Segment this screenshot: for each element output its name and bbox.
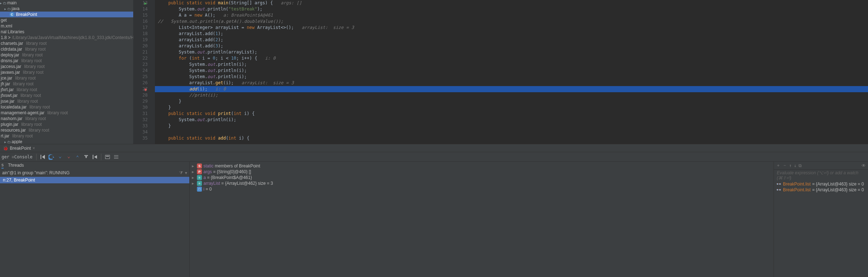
run-to-cursor-icon[interactable] <box>91 153 99 161</box>
editor-gutter[interactable]: 13▶1415161718192021222324252627◉28293031… <box>133 0 155 144</box>
expand-icon[interactable]: ▸ <box>192 163 195 169</box>
gutter-line[interactable]: 26 <box>133 80 148 86</box>
gutter-line[interactable]: 13▶ <box>133 0 148 6</box>
tree-item[interactable]: ▸ 🗀main <box>0 0 133 6</box>
debug-tab-breakpoint[interactable]: 🐞 BreakPoint × <box>0 145 38 152</box>
gutter-line[interactable]: 31 <box>133 111 148 117</box>
code-line[interactable]: System.out.println(i); <box>155 68 868 74</box>
tree-item[interactable]: CBreakPoint <box>0 12 133 17</box>
gutter-line[interactable]: 23 <box>133 61 148 68</box>
code-line[interactable]: System.out.println("testBreak"); <box>155 6 868 12</box>
code-line[interactable]: } <box>155 105 868 111</box>
gutter-line[interactable]: 35 <box>133 135 148 141</box>
tree-item[interactable]: nashorn.jarlibrary root <box>0 116 133 122</box>
expand-icon[interactable]: ▸ <box>192 175 195 180</box>
gutter-line[interactable]: 34 <box>133 129 148 135</box>
duplicate-watch-icon[interactable]: ⧉ <box>799 163 802 168</box>
evaluate-expression-icon[interactable] <box>104 153 111 161</box>
code-line[interactable]: arrayList.add(1); <box>155 31 868 37</box>
move-up-icon[interactable]: ↑ <box>789 163 792 168</box>
gutter-line[interactable]: 25 <box>133 74 148 80</box>
tree-item[interactable]: jaccess.jarlibrary root <box>0 64 133 69</box>
code-line[interactable]: // System.out.println(a.getA().doubleVal… <box>155 18 868 25</box>
code-line[interactable]: for (int i = 0; i < 10; i++) { i: 0 <box>155 55 868 61</box>
code-line[interactable]: //print(i); <box>155 92 868 98</box>
gutter-line[interactable]: 17 <box>133 25 148 31</box>
gutter-line[interactable]: 33 <box>133 123 148 129</box>
gutter-line[interactable]: 18 <box>133 31 148 37</box>
code-line[interactable]: arrayList.add(3); <box>155 43 868 49</box>
code-line[interactable]: public static void main(String[] args) {… <box>155 0 868 6</box>
code-line[interactable]: arrayList.add(2); <box>155 37 868 43</box>
console-subtab[interactable]: ≡Console <box>10 153 34 161</box>
watch-row[interactable]: 👓BreakPoint.list = {ArrayList@463} size … <box>774 187 868 193</box>
step-out-icon[interactable] <box>73 153 81 161</box>
code-line[interactable]: List<Integer> arrayList = new ArrayList<… <box>155 25 868 31</box>
variable-row[interactable]: ▸≡arrayList = {ArrayList@462} size = 3 <box>190 180 774 186</box>
gutter-line[interactable]: 15 <box>133 12 148 18</box>
variable-row[interactable]: ▸≡a = {BreakPoint$A@461} <box>190 175 774 180</box>
tree-item[interactable]: jfr.jarlibrary root <box>0 81 133 87</box>
gutter-line[interactable]: 27◉ <box>133 86 148 92</box>
code-line[interactable]: add(i); i: 0 <box>155 86 868 92</box>
gutter-line[interactable]: 19 <box>133 37 148 43</box>
gutter-line[interactable]: 16 <box>133 18 148 25</box>
expand-icon[interactable]: ▸ <box>192 181 195 186</box>
run-icon[interactable]: ▶ <box>142 0 147 5</box>
code-line[interactable] <box>155 129 868 135</box>
step-over-icon[interactable] <box>47 153 55 161</box>
code-line[interactable]: } <box>155 98 868 105</box>
code-line[interactable]: System.out.println(i); <box>155 61 868 68</box>
tree-item[interactable]: 1.8 > /Library/Java/JavaVirtualMachines/… <box>0 35 133 41</box>
move-down-icon[interactable]: ↓ <box>794 163 796 168</box>
tree-item[interactable]: management-agent.jarlibrary root <box>0 110 133 116</box>
tree-item[interactable]: plugin.jarlibrary root <box>0 122 133 127</box>
variables-pane[interactable]: ▸Sstatic members of BreakPoint▸Pargs = {… <box>190 162 774 277</box>
tree-item[interactable]: nal Libraries <box>0 29 133 35</box>
variable-row[interactable]: □i = 0 <box>190 186 774 192</box>
dropdown-icon[interactable]: ▾ <box>185 170 187 175</box>
breakpoint-icon[interactable]: ◉ <box>142 86 147 91</box>
tree-item[interactable]: rt.jarlibrary root <box>0 133 133 139</box>
code-area[interactable]: public static void main(String[] args) {… <box>155 0 868 144</box>
trace-current-stream-icon[interactable] <box>112 153 120 161</box>
tree-item[interactable]: localedata.jarlibrary root <box>0 104 133 110</box>
tree-item[interactable]: jce.jarlibrary root <box>0 75 133 81</box>
tree-item[interactable]: cldrdata.jarlibrary root <box>0 46 133 52</box>
show-execution-point-icon[interactable] <box>39 153 47 161</box>
stack-frame[interactable]: n:27, BreakPoint <box>0 177 189 183</box>
code-editor[interactable]: 13▶1415161718192021222324252627◉28293031… <box>133 0 868 144</box>
tree-item[interactable]: get <box>0 17 133 23</box>
watches-hint[interactable]: Evaluate expression (⌥⏎) or add a watch … <box>774 170 868 181</box>
frames-tab[interactable]: s <box>1 162 4 169</box>
gutter-line[interactable]: 32 <box>133 117 148 123</box>
tree-item[interactable]: ▸ 🗀apple <box>0 139 133 144</box>
watch-row[interactable]: 👓BreakPoint.list = {ArrayList@463} size … <box>774 181 868 187</box>
tree-item[interactable]: dnsns.jarlibrary root <box>0 58 133 64</box>
code-line[interactable]: arrayList.get(i); arrayList: size = 3 <box>155 80 868 86</box>
project-tree[interactable]: ▸ 🗀main▸ 🗀javaCBreakPointgetm.xmlnal Lib… <box>0 0 133 144</box>
debugger-subtab[interactable]: ger <box>1 153 9 161</box>
gutter-line[interactable]: 22 <box>133 55 148 61</box>
variable-row[interactable]: ▸Sstatic members of BreakPoint <box>190 163 774 169</box>
code-line[interactable]: public static void print(int i) { <box>155 111 868 117</box>
tree-item[interactable]: resources.jarlibrary root <box>0 127 133 133</box>
tree-item[interactable]: m.xml <box>0 23 133 29</box>
tree-item[interactable]: javaws.jarlibrary root <box>0 69 133 75</box>
remove-watch-icon[interactable]: － <box>783 162 787 169</box>
tree-item[interactable]: jfxrt.jarlibrary root <box>0 87 133 93</box>
gutter-line[interactable]: 29 <box>133 98 148 105</box>
code-line[interactable]: public static void add(int i) { <box>155 135 868 141</box>
threads-tab[interactable]: Threads <box>8 163 24 168</box>
gutter-line[interactable]: 20 <box>133 43 148 49</box>
gutter-line[interactable]: 14 <box>133 6 148 12</box>
drop-frame-icon[interactable] <box>82 153 90 161</box>
tree-item[interactable]: jsse.jarlibrary root <box>0 98 133 104</box>
variable-row[interactable]: ▸Pargs = {String[0]@460} [] <box>190 169 774 175</box>
code-line[interactable]: System.out.println(arrayList); <box>155 49 868 55</box>
code-line[interactable]: A a = new A(); a: BreakPoint$A@461 <box>155 12 868 18</box>
code-line[interactable]: } <box>155 123 868 129</box>
gutter-line[interactable]: 28 <box>133 92 148 98</box>
tree-item[interactable]: charsets.jarlibrary root <box>0 41 133 46</box>
close-icon[interactable]: × <box>33 146 35 151</box>
